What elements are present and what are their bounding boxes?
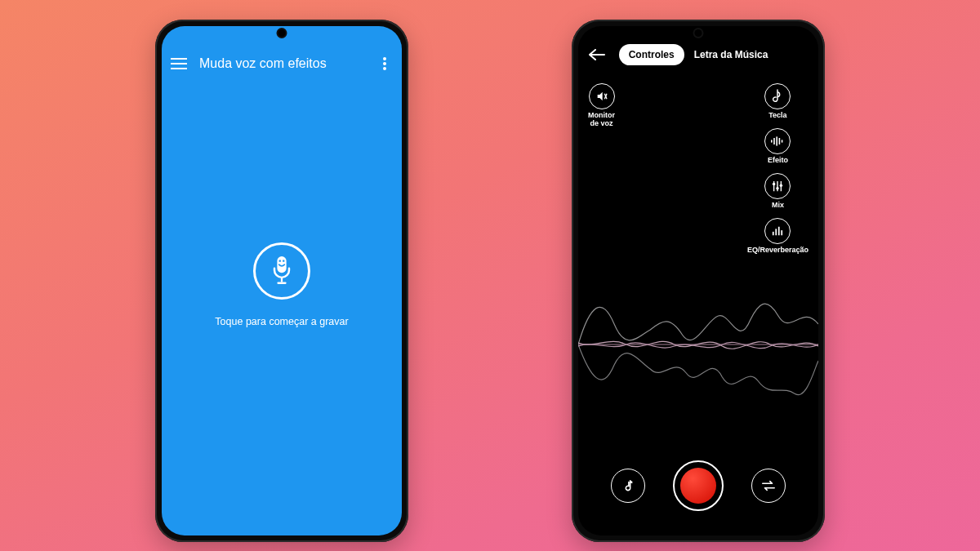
svg-rect-1 — [171, 63, 187, 64]
app-bar: Muda voz com efeitos — [162, 44, 402, 83]
record-instruction: Toque para começar a gravar — [215, 316, 348, 327]
app-title: Muda voz com efeitos — [199, 56, 327, 71]
waveform-visualizer — [578, 271, 818, 418]
svg-rect-0 — [171, 58, 187, 60]
tab-lyrics[interactable]: Letra da Música — [684, 44, 778, 65]
svg-rect-24 — [773, 232, 774, 235]
svg-rect-13 — [771, 140, 773, 142]
mix-button[interactable]: Mix — [764, 173, 791, 210]
karaoke-app: Controles Letra da Música — [578, 26, 818, 535]
top-bar: Controles Letra da Música — [578, 44, 818, 65]
svg-rect-7 — [279, 260, 281, 262]
svg-rect-17 — [782, 140, 783, 142]
svg-rect-14 — [774, 138, 776, 144]
record-icon — [680, 468, 716, 504]
eq-reverb-button[interactable]: EQ/Reverberação — [747, 218, 808, 255]
svg-rect-2 — [171, 68, 187, 69]
key-label: Tecla — [768, 112, 786, 120]
svg-point-5 — [383, 67, 386, 70]
back-icon[interactable] — [586, 44, 608, 65]
controls-column-right: Tecla Efeito — [747, 83, 808, 263]
svg-point-4 — [383, 62, 386, 65]
svg-point-19 — [773, 182, 776, 185]
phone-mockup-right: Controles Letra da Música — [572, 20, 825, 542]
svg-rect-16 — [779, 138, 781, 144]
phone-mockup-left: Muda voz com efeitos — [155, 20, 408, 542]
svg-rect-26 — [778, 226, 780, 235]
svg-rect-9 — [281, 278, 283, 282]
phone-screen-left: Muda voz com efeitos — [162, 26, 402, 535]
svg-rect-25 — [776, 229, 777, 235]
record-button[interactable] — [673, 460, 724, 511]
mix-label: Mix — [772, 202, 784, 210]
phone-camera — [278, 29, 286, 37]
more-icon[interactable] — [376, 55, 394, 73]
eq-reverb-label: EQ/Reverberação — [747, 247, 808, 255]
phone-screen-right: Controles Letra da Música — [578, 26, 818, 535]
menu-icon[interactable] — [170, 55, 188, 73]
svg-rect-27 — [782, 230, 783, 235]
record-mic-button[interactable] — [253, 242, 310, 300]
tab-controls[interactable]: Controles — [619, 44, 684, 65]
bottom-bar — [578, 460, 818, 511]
effect-button[interactable]: Efeito — [764, 128, 791, 165]
svg-rect-15 — [777, 136, 778, 145]
phone-camera — [695, 29, 702, 37]
voice-monitor-button[interactable]: Monitor de voz — [588, 83, 615, 128]
svg-point-23 — [780, 184, 783, 187]
music-button[interactable] — [611, 469, 645, 503]
key-button[interactable]: Tecla — [764, 83, 791, 120]
svg-rect-8 — [283, 260, 284, 262]
voice-changer-app: Muda voz com efeitos — [162, 26, 402, 535]
controls-column-left: Monitor de voz — [588, 83, 615, 136]
tab-segment: Controles Letra da Música — [612, 44, 784, 65]
swap-button[interactable] — [751, 469, 786, 503]
voice-monitor-label: Monitor de voz — [588, 112, 615, 128]
svg-point-3 — [383, 57, 386, 60]
svg-rect-10 — [277, 282, 286, 284]
effect-label: Efeito — [768, 157, 788, 165]
svg-point-21 — [777, 187, 780, 190]
app-body: Toque para começar a gravar — [162, 83, 402, 535]
promo-canvas: Muda voz com efeitos — [0, 0, 980, 551]
